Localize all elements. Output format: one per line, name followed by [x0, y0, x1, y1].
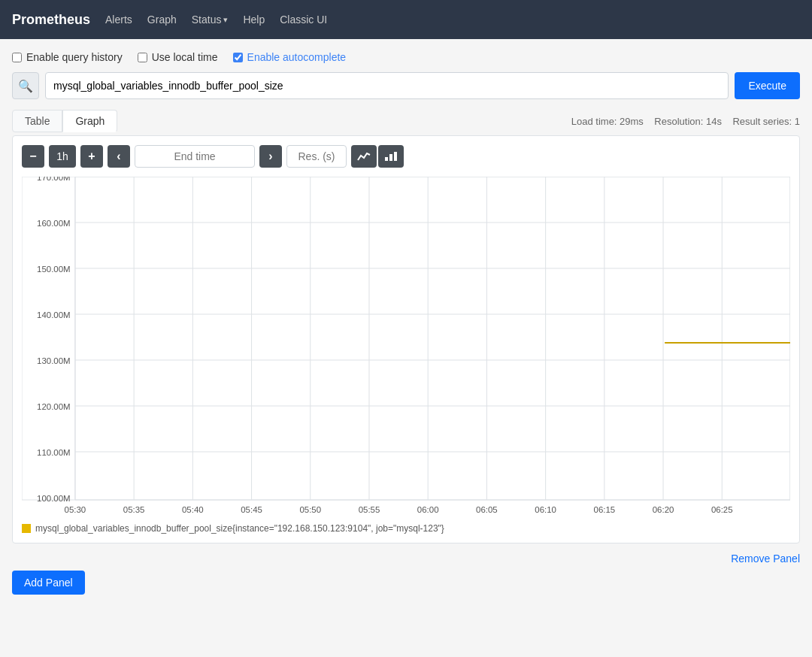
graph-panel: − 1h + ‹ ›: [12, 135, 800, 543]
legend-text: mysql_global_variables_innodb_buffer_poo…: [35, 523, 444, 534]
panel-actions: Remove Panel: [12, 553, 800, 565]
nav-graph[interactable]: Graph: [147, 14, 177, 26]
resolution: Resolution: 14s: [654, 116, 722, 127]
svg-text:06:15: 06:15: [594, 505, 616, 514]
svg-text:160.00M: 160.00M: [37, 219, 71, 228]
result-series: Result series: 1: [732, 116, 800, 127]
enable-autocomplete-checkbox[interactable]: [233, 53, 243, 62]
svg-text:06:25: 06:25: [711, 505, 733, 514]
svg-rect-1: [389, 154, 392, 161]
svg-text:06:05: 06:05: [476, 505, 498, 514]
controls-row: − 1h + ‹ ›: [22, 145, 790, 168]
load-time: Load time: 29ms: [571, 116, 644, 127]
search-icon-button[interactable]: 🔍: [12, 72, 39, 99]
use-local-time-text: Use local time: [152, 51, 218, 63]
chart-type-buttons: [351, 145, 404, 168]
svg-text:120.00M: 120.00M: [37, 402, 71, 411]
increase-duration-button[interactable]: +: [80, 145, 103, 168]
enable-query-history-label[interactable]: Enable query history: [12, 51, 123, 63]
enable-autocomplete-text: Enable autocomplete: [247, 51, 347, 63]
options-row: Enable query history Use local time Enab…: [12, 51, 800, 63]
stacked-chart-button[interactable]: [378, 145, 404, 168]
svg-text:170.00M: 170.00M: [37, 177, 71, 182]
svg-text:05:40: 05:40: [182, 505, 204, 514]
svg-rect-2: [394, 152, 397, 161]
svg-text:05:50: 05:50: [299, 505, 321, 514]
search-row: 🔍 Execute: [12, 72, 800, 99]
svg-text:06:20: 06:20: [653, 505, 674, 514]
tab-table[interactable]: Table: [12, 110, 62, 132]
meta-row: Table Graph Load time: 29ms Resolution: …: [12, 110, 800, 132]
svg-rect-0: [385, 157, 388, 161]
nav-alerts[interactable]: Alerts: [105, 14, 132, 26]
nav-help[interactable]: Help: [243, 14, 265, 26]
use-local-time-checkbox[interactable]: [138, 53, 147, 62]
svg-text:110.00M: 110.00M: [37, 448, 71, 457]
decrease-duration-button[interactable]: −: [22, 145, 44, 168]
svg-text:05:35: 05:35: [123, 505, 145, 514]
nav-status[interactable]: Status: [192, 14, 229, 26]
svg-text:05:45: 05:45: [241, 505, 262, 514]
enable-query-history-text: Enable query history: [26, 51, 123, 63]
nav-classic-ui[interactable]: Classic UI: [280, 14, 327, 26]
svg-text:05:55: 05:55: [359, 505, 380, 514]
brand-logo[interactable]: Prometheus: [12, 12, 90, 28]
prev-time-button[interactable]: ‹: [108, 145, 130, 168]
tab-graph[interactable]: Graph: [62, 110, 117, 132]
svg-text:130.00M: 130.00M: [37, 356, 71, 365]
legend-color: [22, 524, 31, 533]
duration-display: 1h: [49, 145, 76, 168]
svg-text:06:10: 06:10: [535, 505, 556, 514]
add-panel-button[interactable]: Add Panel: [12, 571, 85, 595]
svg-text:06:00: 06:00: [417, 505, 439, 514]
line-chart-button[interactable]: [351, 145, 377, 168]
query-input[interactable]: [45, 72, 729, 99]
meta-info: Load time: 29ms Resolution: 14s Result s…: [571, 116, 800, 127]
enable-query-history-checkbox[interactable]: [12, 53, 22, 62]
svg-text:05:30: 05:30: [65, 505, 86, 514]
main-content: Enable query history Use local time Enab…: [0, 39, 812, 607]
end-time-input[interactable]: [135, 145, 255, 168]
remove-panel-link[interactable]: Remove Panel: [731, 553, 800, 565]
enable-autocomplete-label[interactable]: Enable autocomplete: [233, 51, 347, 63]
next-time-button[interactable]: ›: [259, 145, 282, 168]
navbar: Prometheus Alerts Graph Status Help Clas…: [0, 0, 812, 39]
svg-text:150.00M: 150.00M: [37, 265, 71, 274]
svg-text:100.00M: 100.00M: [37, 494, 71, 503]
use-local-time-label[interactable]: Use local time: [138, 51, 218, 63]
resolution-input[interactable]: [286, 145, 347, 168]
tab-group: Table Graph: [12, 110, 117, 132]
chart-container: 170.00M 160.00M 150.00M 140.00M 130.00M …: [22, 177, 790, 517]
chart-svg: 170.00M 160.00M 150.00M 140.00M 130.00M …: [22, 177, 790, 515]
execute-button[interactable]: Execute: [735, 72, 800, 99]
chart-legend: mysql_global_variables_innodb_buffer_poo…: [22, 523, 790, 534]
svg-text:140.00M: 140.00M: [37, 310, 71, 319]
